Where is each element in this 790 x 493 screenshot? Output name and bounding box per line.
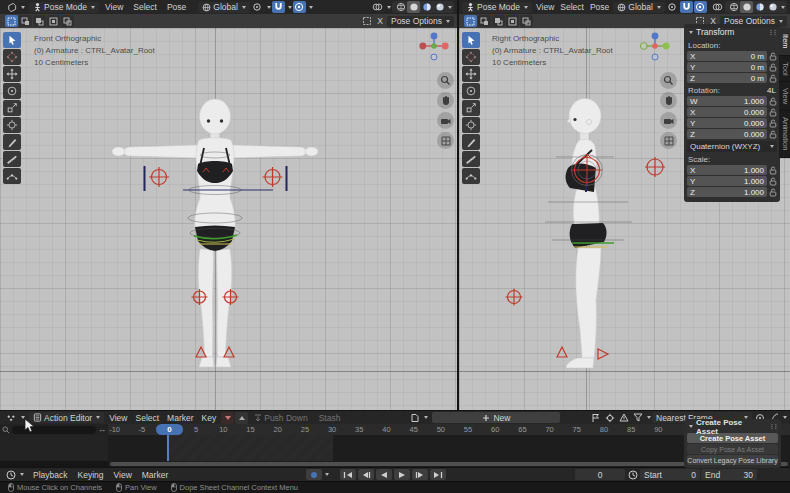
timeline-menu[interactable]: Marker (137, 470, 173, 480)
select-invert-mode-button[interactable] (47, 15, 60, 27)
location-field[interactable]: Z 0 m (687, 73, 767, 83)
snap-magnet-button[interactable] (680, 1, 693, 13)
location-field[interactable]: X 0 m (687, 51, 767, 61)
action-up-button[interactable] (235, 412, 248, 424)
timeline-menu[interactable]: View (109, 470, 137, 480)
snap-target-button[interactable] (603, 412, 616, 424)
fullscreen-region-icon[interactable] (360, 15, 373, 27)
pose-options-dropdown[interactable]: Pose Options (387, 16, 454, 27)
tool-annotate[interactable] (462, 134, 480, 150)
viewport-front-canvas[interactable]: Front Orthographic (0) Armature : CTRL_A… (0, 28, 457, 410)
tool-rotate[interactable] (3, 83, 21, 99)
viewport-menu[interactable]: Select (557, 2, 587, 12)
tool-transform[interactable] (462, 117, 480, 133)
viewport-split-border[interactable] (457, 0, 459, 410)
lock-icon[interactable] (769, 188, 777, 197)
pose-asset-button[interactable]: Convert Legacy Pose Library (687, 455, 778, 465)
lock-icon[interactable] (769, 166, 777, 175)
jump-to-end-button[interactable] (430, 469, 446, 480)
dopesheet-lanes[interactable] (0, 435, 790, 461)
previous-keyframe-button[interactable] (358, 469, 374, 480)
lock-icon[interactable] (769, 97, 777, 106)
frame-end-field[interactable]: End 30 (701, 469, 757, 480)
camera-view-button[interactable] (437, 112, 454, 129)
viewport-menu[interactable]: View (533, 2, 557, 12)
tool-annotate[interactable] (3, 134, 21, 150)
shading-rendered-button[interactable] (766, 1, 779, 13)
rotation-field[interactable]: W 1.000 (687, 96, 767, 106)
scale-field[interactable]: Y 1.000 (687, 176, 767, 186)
select-subtract-mode-button[interactable] (492, 15, 505, 27)
mode-dropdown[interactable]: Pose Mode (29, 2, 99, 13)
select-extend-mode-button[interactable] (19, 15, 32, 27)
viewport-menu[interactable]: Pose (162, 2, 191, 12)
orientation-dropdown[interactable]: Global (613, 2, 665, 13)
panel-grip-icon[interactable] (769, 29, 777, 36)
select-set-mode-button[interactable] (5, 15, 18, 27)
select-invert-mode-button[interactable] (506, 15, 519, 27)
navigation-gizmo[interactable] (419, 32, 449, 62)
lock-icon[interactable] (769, 177, 777, 186)
navigation-gizmo[interactable] (640, 32, 670, 62)
dopesheet-menu[interactable]: Select (131, 413, 163, 423)
tool-rotate[interactable] (462, 83, 480, 99)
viewport-menu[interactable]: Select (128, 2, 162, 12)
channel-sidebar[interactable] (0, 435, 108, 461)
select-set-mode-button[interactable] (464, 15, 477, 27)
pivot-point-button[interactable] (666, 1, 679, 13)
mode-dropdown[interactable]: Pose Mode (462, 2, 532, 13)
overlays-button[interactable] (371, 1, 384, 13)
current-frame-field[interactable]: 0 (575, 469, 625, 480)
pivot-point-button[interactable] (251, 1, 264, 13)
location-field[interactable]: Y 0 m (687, 62, 767, 72)
show-markers-button[interactable] (589, 412, 602, 424)
rotation-field[interactable]: X 0.000 (687, 107, 767, 117)
stash-button[interactable]: Stash (314, 412, 346, 423)
dopesheet-menu[interactable]: Key (198, 413, 221, 423)
select-intersect-mode-button[interactable] (61, 15, 74, 27)
viewport-menu[interactable]: Pose (587, 2, 612, 12)
new-action-button[interactable]: New (432, 412, 560, 423)
camera-view-button[interactable] (660, 112, 677, 129)
lock-icon[interactable] (769, 130, 777, 139)
tool-tweak-select[interactable] (462, 32, 480, 48)
next-keyframe-button[interactable] (412, 469, 428, 480)
rotation-badge[interactable]: 4L (767, 86, 776, 95)
scale-field[interactable]: X 1.000 (687, 165, 767, 175)
tool-transform[interactable] (3, 117, 21, 133)
proportional-editing-button[interactable] (293, 1, 306, 13)
select-subtract-mode-button[interactable] (33, 15, 46, 27)
shading-wireframe-button[interactable] (394, 1, 407, 13)
dopesheet-menu[interactable]: Marker (163, 413, 197, 423)
current-frame-indicator[interactable]: 0 (156, 424, 183, 435)
tool-pose-breakdowner[interactable] (462, 168, 480, 184)
panel-grip-icon[interactable] (770, 423, 778, 430)
lock-icon[interactable] (769, 119, 777, 128)
panel-collapse-icon[interactable] (689, 31, 693, 34)
dopesheet-menu[interactable]: View (105, 413, 131, 423)
timeline-menu[interactable]: Playback (28, 470, 73, 480)
shading-material-button[interactable] (753, 1, 766, 13)
shading-solid-button[interactable] (407, 1, 420, 13)
editor-type-dropdown[interactable] (3, 1, 28, 13)
tool-cursor[interactable] (462, 49, 480, 65)
frame-start-field[interactable]: Start 0 (640, 469, 700, 480)
shading-material-button[interactable] (420, 1, 433, 13)
sidebar-tab[interactable]: Tool (779, 56, 790, 83)
jump-to-start-button[interactable] (340, 469, 356, 480)
pose-asset-button[interactable]: Create Pose Asset (687, 433, 778, 443)
proportional-editing-button[interactable] (694, 1, 707, 13)
tool-tweak-select[interactable] (3, 32, 21, 48)
rotation-mode-dropdown[interactable]: Quaternion (WXYZ) (687, 141, 777, 152)
sidebar-tab[interactable]: Item (779, 28, 790, 56)
auto-keying-button[interactable] (306, 469, 322, 480)
character-front-view[interactable] (0, 28, 457, 410)
timeline-menu[interactable]: Keying (73, 470, 109, 480)
tool-measure[interactable] (3, 151, 21, 167)
browse-action-dropdown[interactable] (407, 412, 431, 424)
sidebar-tab[interactable]: Animation (779, 111, 790, 157)
shading-rendered-button[interactable] (433, 1, 446, 13)
lock-icon[interactable] (769, 108, 777, 117)
shading-solid-button[interactable] (740, 1, 753, 13)
pose-asset-button[interactable]: Copy Pose As Asset (687, 444, 778, 454)
